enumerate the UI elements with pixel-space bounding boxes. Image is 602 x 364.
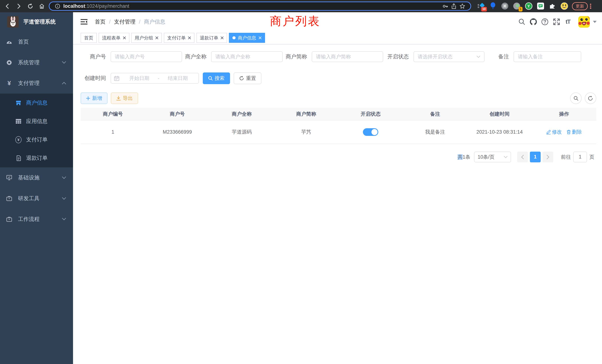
cell-status — [338, 120, 403, 143]
browser-update-button[interactable]: 更新 — [572, 2, 588, 10]
password-key-icon[interactable] — [441, 2, 450, 10]
date-separator: - — [157, 75, 160, 81]
close-icon[interactable] — [188, 36, 191, 40]
goto-label: 前往 — [561, 154, 571, 160]
close-icon[interactable] — [258, 36, 262, 40]
search-button[interactable]: 搜索 — [203, 73, 230, 84]
show-search-icon[interactable] — [570, 93, 582, 104]
share-icon[interactable] — [450, 2, 458, 10]
close-icon[interactable] — [155, 36, 159, 40]
sidebar-item-system[interactable]: 系统管理 — [0, 52, 73, 73]
tab-merchant-info[interactable]: 商户信息 — [229, 33, 265, 43]
sidebar-item-app-info[interactable]: 应用信息 — [0, 112, 73, 130]
caret-down-icon[interactable] — [593, 21, 597, 23]
reset-button[interactable]: 重置 — [234, 73, 261, 84]
full-name-input[interactable] — [211, 51, 282, 62]
extension-y-icon[interactable]: Y — [525, 2, 533, 10]
chevron-down-icon — [62, 197, 66, 200]
browser-menu-icon[interactable] — [590, 4, 591, 9]
search-icon[interactable] — [516, 16, 528, 28]
cell-merchant-no: M233666999 — [145, 120, 210, 143]
sidebar-item-label: 系统管理 — [18, 59, 40, 66]
sidebar-item-pay-order[interactable]: ¥ 支付订单 — [0, 130, 73, 149]
col-full-name: 商户全称 — [209, 108, 274, 120]
extension-balloon-icon[interactable] — [489, 2, 497, 10]
app-title: 芋道管理系统 — [23, 18, 56, 26]
extension-bar: 10 ⌘ 1 Y — [477, 2, 568, 10]
extension-circle-icon[interactable]: 1 — [513, 2, 520, 10]
add-button[interactable]: 新增 — [81, 93, 108, 104]
next-page-button[interactable] — [542, 152, 553, 162]
sidebar-collapse-icon[interactable] — [79, 17, 89, 26]
sidebar-submenu-payment: 商户信息 应用信息 ¥ 支付订单 — [0, 94, 73, 167]
delete-link[interactable]: 删除 — [567, 129, 582, 135]
sidebar-item-home[interactable]: 首页 — [0, 32, 73, 52]
sidebar-item-label: 支付订单 — [26, 136, 48, 143]
calendar-icon — [114, 76, 119, 81]
goto-page-input[interactable] — [573, 152, 587, 162]
remark-input[interactable] — [514, 51, 581, 62]
cell-actions: 修改 删除 — [532, 120, 596, 143]
bookmark-star-icon[interactable] — [458, 2, 466, 10]
red-annotation-text: 商户列表 — [270, 15, 321, 28]
extension-command-icon[interactable]: ⌘ — [501, 2, 509, 10]
page-size-select[interactable]: 10条/页 — [474, 152, 511, 162]
gear-icon — [6, 60, 12, 66]
address-bar[interactable]: localhost:1024/pay/merchant — [49, 1, 471, 11]
extension-badge: 10 — [481, 7, 487, 11]
merchant-no-input[interactable] — [111, 51, 182, 62]
sidebar-item-merchant-info[interactable]: 商户信息 — [0, 94, 73, 112]
status-select[interactable]: 请选择开启状态 — [413, 51, 484, 62]
create-time-range-picker[interactable]: 开始日期 - 结束日期 — [111, 73, 199, 84]
breadcrumb-home[interactable]: 首页 — [95, 18, 106, 26]
sidebar-item-payment[interactable]: ¥ 支付管理 — [0, 73, 73, 94]
page-number-1[interactable]: 1 — [530, 152, 541, 162]
table-body: 1 M233666999 芋道源码 芋艿 我是备注 2021-10-23 08:… — [81, 120, 596, 144]
user-avatar[interactable] — [578, 16, 590, 28]
export-button[interactable]: 导出 — [111, 93, 138, 104]
extension-diamond-icon[interactable]: 10 — [477, 2, 485, 10]
close-icon[interactable] — [123, 36, 126, 40]
fullscreen-icon[interactable] — [551, 16, 562, 28]
toggle-knob — [371, 129, 377, 135]
short-name-input[interactable] — [312, 51, 383, 62]
status-label: 开启状态 — [387, 53, 409, 60]
close-icon[interactable] — [221, 36, 224, 40]
navbar-actions: tT — [516, 16, 597, 28]
font-size-icon[interactable]: tT — [562, 16, 574, 28]
github-icon[interactable] — [528, 16, 539, 28]
tab-refund-order[interactable]: 退款订单 — [196, 33, 227, 43]
sidebar-item-label: 基础设施 — [18, 174, 40, 182]
breadcrumb-payment[interactable]: 支付管理 — [114, 18, 136, 26]
cell-merchant-id: 1 — [81, 120, 145, 143]
refresh-icon[interactable] — [585, 93, 596, 104]
browser-back-icon[interactable] — [1, 1, 13, 11]
prev-page-button[interactable] — [517, 152, 528, 162]
sidebar-item-workflow[interactable]: 工作流程 — [0, 209, 73, 230]
browser-reload-icon[interactable] — [25, 1, 36, 11]
tab-home[interactable]: 首页 — [81, 33, 97, 43]
tab-pay-order[interactable]: 支付订单 — [164, 33, 194, 43]
sidebar-item-infrastructure[interactable]: 基础设施 — [0, 167, 73, 188]
table-toolbar: 新增 导出 — [81, 93, 596, 104]
extension-puzzle-icon[interactable] — [549, 2, 556, 10]
top-navbar: 首页 / 支付管理 / 商户信息 商户列表 — [73, 12, 602, 32]
status-toggle[interactable] — [363, 128, 378, 136]
cell-full-name: 芋道源码 — [209, 120, 274, 143]
site-info-icon[interactable] — [53, 2, 62, 10]
extension-emoji-icon[interactable] — [560, 2, 568, 10]
sidebar: 芋道管理系统 首页 系统管理 — [0, 12, 73, 364]
browser-chrome: localhost:1024/pay/merchant 10 ⌘ — [0, 0, 602, 12]
tab-user-group[interactable]: 用户分组 — [131, 33, 162, 43]
app-logo-row[interactable]: 芋道管理系统 — [0, 12, 73, 32]
help-icon[interactable] — [539, 16, 551, 28]
breadcrumb-current: 商户信息 — [144, 18, 165, 26]
sidebar-item-refund-order[interactable]: 退款订单 — [0, 149, 73, 167]
edit-link[interactable]: 修改 — [546, 129, 562, 135]
browser-forward-icon[interactable] — [13, 1, 24, 11]
tab-process-form[interactable]: 流程表单 — [99, 33, 129, 43]
browser-home-icon[interactable] — [36, 1, 48, 11]
sidebar-item-dev-tools[interactable]: 研发工具 — [0, 188, 73, 209]
extension-chat-icon[interactable] — [537, 2, 544, 10]
table-tools — [570, 93, 596, 104]
